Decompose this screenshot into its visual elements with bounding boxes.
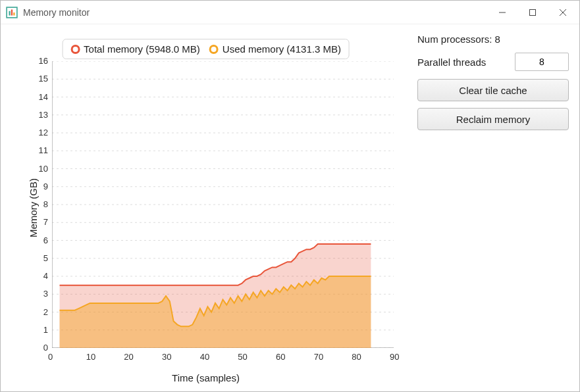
y-axis-label: Memory (GB) [28, 178, 39, 237]
y-tick: 14 [39, 92, 48, 102]
y-tick: 7 [43, 217, 48, 227]
x-tick: 10 [86, 352, 95, 362]
reclaim-memory-button[interactable]: Reclaim memory [417, 108, 569, 130]
y-tick: 1 [43, 325, 48, 335]
plot-area [52, 61, 394, 348]
legend-item-used: Used memory (4131.3 MB) [209, 43, 341, 55]
x-tick: 50 [238, 352, 247, 362]
x-tick: 60 [276, 352, 285, 362]
svg-rect-3 [13, 12, 14, 16]
y-tick: 6 [43, 235, 48, 245]
x-tick: 20 [124, 352, 133, 362]
legend-label-used: Used memory (4131.3 MB) [223, 43, 341, 55]
x-axis-label: Time (samples) [172, 372, 240, 383]
minimize-button[interactable] [487, 1, 517, 24]
title-bar: Memory monitor [1, 1, 579, 24]
parallel-threads-input[interactable] [515, 53, 569, 71]
y-tick: 15 [39, 74, 48, 84]
y-tick: 2 [43, 307, 48, 317]
x-tick: 90 [390, 352, 399, 362]
y-tick: 4 [43, 271, 48, 281]
x-tick: 40 [200, 352, 209, 362]
y-tick: 8 [43, 199, 48, 209]
y-tick: 16 [39, 56, 48, 66]
legend-swatch-used [209, 45, 219, 54]
parallel-threads-label: Parallel threads [417, 57, 486, 68]
chart-legend: Total memory (5948.0 MB) Used memory (41… [62, 39, 350, 59]
legend-label-total: Total memory (5948.0 MB) [84, 43, 200, 55]
parallel-threads-row: Parallel threads [417, 53, 569, 71]
clear-tile-cache-button[interactable]: Clear tile cache [417, 79, 569, 101]
svg-rect-2 [11, 9, 13, 15]
chart-panel: Total memory (5948.0 MB) Used memory (41… [6, 34, 406, 382]
x-tick: 30 [162, 352, 171, 362]
num-processors-row: Num processors: 8 [417, 34, 569, 45]
side-panel: Num processors: 8 Parallel threads Clear… [406, 34, 569, 382]
maximize-button[interactable] [517, 1, 548, 24]
y-tick: 12 [39, 128, 48, 137]
x-tick: 0 [48, 352, 53, 362]
close-button[interactable] [548, 1, 578, 24]
x-tick: 70 [314, 352, 323, 362]
y-tick: 13 [39, 110, 48, 120]
legend-item-total: Total memory (5948.0 MB) [70, 43, 200, 55]
svg-rect-1 [9, 11, 11, 15]
svg-rect-5 [530, 9, 536, 15]
y-tick: 3 [43, 289, 48, 299]
window-controls [487, 1, 578, 24]
y-tick: 9 [43, 182, 48, 191]
legend-swatch-total [70, 45, 80, 54]
y-tick: 11 [39, 145, 48, 155]
y-tick: 5 [43, 253, 48, 263]
x-tick: 80 [352, 352, 361, 362]
window-title: Memory monitor [23, 7, 90, 18]
y-tick: 10 [39, 164, 48, 174]
app-icon [6, 7, 18, 18]
num-processors-label: Num processors: 8 [417, 34, 500, 45]
y-tick: 0 [43, 343, 48, 353]
